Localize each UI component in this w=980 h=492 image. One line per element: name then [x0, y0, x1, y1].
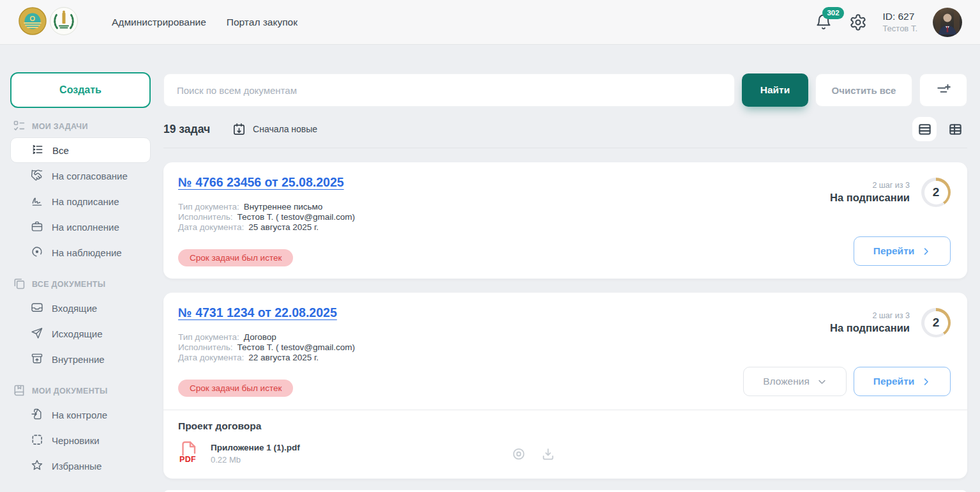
header-right: 302 ID: 627 Тестов Т.: [815, 8, 962, 37]
user-avatar[interactable]: [933, 8, 962, 37]
sidebar-item-label: На согласование: [52, 171, 128, 181]
sidebar-item-for-execution[interactable]: На исполнение: [10, 214, 151, 240]
signature-icon: [31, 194, 43, 209]
sidebar-item-incoming[interactable]: Входящие: [10, 295, 151, 321]
notifications-count-badge: 302: [822, 7, 843, 20]
attachment-file-row[interactable]: PDF Приложение 1 (1).pdf 0.22 Mb: [179, 441, 300, 465]
go-to-task-button[interactable]: Перейти: [854, 367, 951, 396]
sidebar-item-all[interactable]: Все: [10, 137, 151, 163]
chevron-right-icon: [921, 247, 931, 256]
download-icon: [541, 447, 555, 461]
handshake-icon: [31, 169, 43, 183]
create-button[interactable]: Создать: [10, 72, 151, 108]
grid-view-toggle[interactable]: [943, 117, 967, 141]
nav-procurement-portal-link[interactable]: Портал закупок: [227, 17, 298, 28]
sidebar-item-internal[interactable]: Внутренние: [10, 346, 151, 372]
document-title-link[interactable]: № 4766 23456 от 25.08.2025: [178, 175, 344, 190]
find-button[interactable]: Найти: [742, 73, 808, 107]
sidebar-item-on-control[interactable]: На контроле: [10, 402, 151, 427]
document-fields: Тип документа: Внутреннее письмо Исполни…: [178, 202, 355, 233]
download-file-button[interactable]: [541, 447, 555, 461]
sort-label: Сначала новые: [253, 124, 317, 134]
sidebar-item-label: Все: [52, 145, 69, 156]
field-value: Тестов Т. ( testov@gmail.com): [237, 212, 355, 222]
clear-all-button[interactable]: Очистить все: [815, 73, 912, 107]
list-view-toggle[interactable]: [912, 117, 937, 141]
list-icon: [31, 143, 44, 158]
observe-icon: [31, 245, 43, 260]
bell-icon: [815, 22, 833, 33]
kazakhstan-emblem-icon: [18, 6, 47, 38]
file-actions: [511, 447, 555, 461]
user-info[interactable]: ID: 627 Тестов Т.: [882, 10, 917, 35]
sidebar-item-for-signing[interactable]: На подписание: [10, 188, 151, 214]
sidebar-item-outgoing[interactable]: Исходящие: [10, 321, 151, 346]
field-label: Тип документа:: [178, 332, 239, 342]
step-label: 2 шаг из 3: [872, 181, 910, 190]
progress-ring: 2: [921, 308, 951, 337]
preview-file-button[interactable]: [511, 447, 526, 461]
task-card: № 4766 23456 от 25.08.2025 Тип документа…: [163, 162, 967, 279]
sidebar-item-for-observation[interactable]: На наблюдение: [10, 240, 151, 265]
gear-icon: [849, 13, 867, 31]
sidebar-item-drafts[interactable]: Черновики: [10, 427, 151, 453]
progress-ring: 2: [921, 178, 951, 207]
search-toolbar: Найти Очистить все: [163, 73, 967, 107]
sidebar-section-title: ВСЕ ДОКУМЕНТЫ: [32, 280, 105, 289]
sidebar-item-label: Избранные: [52, 461, 102, 472]
field-value: 25 августа 2025 г.: [248, 222, 319, 233]
document-title-link[interactable]: № 4731 1234 от 22.08.2025: [178, 305, 337, 320]
sort-control[interactable]: Сначала новые: [232, 122, 317, 137]
user-name: Тестов Т.: [882, 24, 917, 34]
sidebar-item-label: На исполнение: [52, 222, 119, 233]
step-label: 2 шаг из 3: [872, 311, 910, 320]
field-label: Исполнитель:: [178, 342, 233, 353]
sidebar-item-for-approval[interactable]: На согласование: [10, 163, 151, 188]
card-divider: [163, 410, 967, 410]
pdf-type-label: PDF: [179, 455, 196, 464]
rows-icon: [917, 122, 932, 137]
sidebar-section-header: МОИ ДОКУМЕНТЫ: [10, 386, 151, 396]
attachments-section-title: Проект договора: [178, 420, 261, 432]
ministry-emblem-icon: [49, 6, 79, 38]
star-icon: [31, 459, 43, 473]
app-root: Администрирование Портал закупок 302: [0, 0, 980, 492]
inbox-icon: [31, 301, 43, 316]
filter-add-icon: [935, 82, 952, 98]
status-label: На подписании: [830, 322, 910, 334]
field-value: Договор: [244, 332, 276, 342]
go-button-label: Перейти: [873, 245, 915, 257]
notifications-button[interactable]: 302: [815, 13, 834, 32]
attachments-dropdown-button[interactable]: Вложения: [743, 367, 847, 396]
list-divider: [163, 148, 967, 148]
nav-administration-link[interactable]: Администрирование: [112, 17, 206, 28]
go-button-label: Перейти: [873, 376, 915, 387]
table-icon: [948, 122, 963, 137]
file-size: 0.22 Mb: [211, 455, 300, 465]
sidebar-item-label: Исходящие: [52, 328, 103, 339]
documents-icon: [13, 277, 26, 292]
search-input[interactable]: [163, 73, 735, 107]
sidebar-item-favorites[interactable]: Избранные: [10, 453, 151, 479]
sidebar-item-label: Внутренние: [52, 354, 105, 365]
field-label: Исполнитель:: [178, 212, 233, 222]
attachments-button-label: Вложения: [763, 376, 810, 387]
pdf-file-icon: PDF: [179, 441, 202, 464]
settings-button[interactable]: [849, 13, 867, 31]
internal-icon: [31, 352, 43, 367]
sidebar-item-label: Черновики: [52, 435, 100, 446]
gov-logos: [18, 6, 79, 38]
step-number: 2: [924, 311, 948, 335]
calendar-sort-icon: [232, 122, 246, 137]
go-to-task-button[interactable]: Перейти: [854, 236, 951, 266]
filters-button[interactable]: [919, 73, 967, 107]
sidebar-section-my-tasks: МОИ ЗАДАЧИ Все: [10, 121, 151, 265]
eye-preview-icon: [511, 447, 526, 461]
top-header: Администрирование Портал закупок 302: [0, 0, 980, 45]
overdue-badge: Срок задачи был истек: [178, 249, 293, 266]
sidebar-item-label: На контроле: [52, 410, 107, 420]
top-navigation: Администрирование Портал закупок: [112, 17, 298, 28]
task-count: 19 задач: [163, 123, 210, 136]
overdue-badge: Срок задачи был истек: [178, 380, 293, 397]
sidebar: Создать МОИ ЗАДАЧИ Все: [10, 72, 151, 479]
